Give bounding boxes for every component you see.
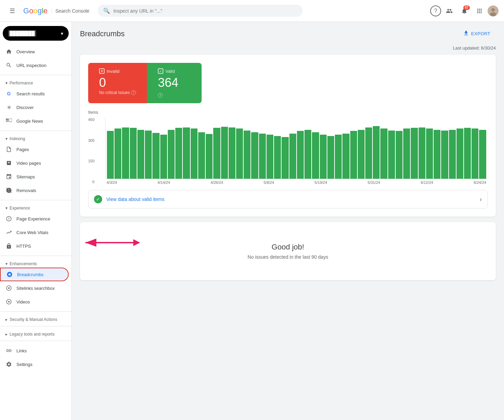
valid-check-icon: ✓ bbox=[158, 68, 163, 74]
chart-bar bbox=[396, 131, 403, 179]
chart-bar bbox=[236, 128, 243, 179]
sidebar-item-https-label: HTTPS bbox=[16, 244, 31, 249]
svg-point-1 bbox=[491, 8, 495, 12]
sidebar-item-https[interactable]: HTTPS bbox=[0, 239, 69, 253]
chart-bar bbox=[342, 134, 349, 179]
good-job-card: Good job! No issues detected in the last… bbox=[80, 222, 496, 280]
sidebar-item-removals[interactable]: Removals bbox=[0, 184, 69, 197]
sidebar-item-breadcrumbs-label: Breadcrumbs bbox=[17, 272, 43, 277]
sidebar-item-google-news[interactable]: Google News bbox=[0, 114, 69, 128]
sidebar-item-core-web-vitals[interactable]: Core Web Vitals bbox=[0, 226, 69, 239]
videos-icon bbox=[5, 298, 12, 305]
user-avatar[interactable] bbox=[488, 5, 499, 16]
chart-y-axis: 450 300 150 0 bbox=[88, 118, 94, 185]
sidebar-divider-6 bbox=[0, 326, 71, 326]
x-label-3: 4/26/24 bbox=[210, 180, 223, 185]
google-logo-text: Google bbox=[23, 6, 47, 15]
collapse-arrow-enhancements: ▾ bbox=[5, 261, 8, 266]
sidebar-item-discover-label: Discover bbox=[16, 105, 34, 110]
y-label-300: 300 bbox=[88, 138, 94, 143]
chart-bar bbox=[403, 128, 410, 179]
collapse-arrow-indexing: ▾ bbox=[5, 136, 8, 141]
discover-icon: ✳ bbox=[5, 104, 12, 111]
apps-grid-button[interactable] bbox=[473, 4, 486, 18]
sidebar-item-discover[interactable]: ✳ Discover bbox=[0, 100, 69, 114]
chart-bar bbox=[168, 130, 175, 179]
notifications-button[interactable]: 97 bbox=[458, 4, 471, 18]
svg-rect-6 bbox=[9, 119, 12, 122]
sidebar-section-experience[interactable]: ▾ Experience bbox=[0, 203, 71, 212]
sidebar-item-links-label: Links bbox=[16, 348, 27, 353]
sidebar-section-performance[interactable]: ▾ Performance bbox=[0, 78, 71, 87]
chart-bar bbox=[213, 128, 220, 179]
pages-icon bbox=[5, 146, 12, 153]
topbar: ☰ Google Search Console 🔍 ? 97 bbox=[0, 0, 504, 22]
valid-count: 364 bbox=[158, 77, 191, 89]
chart-bar bbox=[304, 130, 311, 179]
sidebar-section-performance-label: Performance bbox=[10, 81, 33, 85]
sidebar-item-sitelinks-searchbox[interactable]: Sitelinks searchbox bbox=[0, 281, 69, 295]
sidebar-section-enhancements[interactable]: ▾ Enhancements bbox=[0, 259, 71, 268]
sidebar-item-url-inspection[interactable]: URL inspection bbox=[0, 58, 69, 72]
hamburger-menu-button[interactable]: ☰ bbox=[5, 4, 19, 18]
chart-bar bbox=[221, 127, 228, 179]
property-selector[interactable]: ████████ ▾ bbox=[3, 26, 69, 41]
x-label-8: 6/24/24 bbox=[474, 180, 486, 185]
sidebar-item-search-results-label: Search results bbox=[16, 91, 45, 96]
status-tiles: ✗ Invalid 0 No critical issues ? ✓ Valid… bbox=[88, 63, 202, 103]
chart-bar bbox=[335, 135, 342, 179]
sidebar-section-legacy-label: Legacy tools and reports bbox=[10, 332, 54, 337]
chart-bar bbox=[229, 127, 235, 179]
sidebar-divider-4 bbox=[0, 256, 71, 256]
x-label-4: 5/8/24 bbox=[264, 180, 274, 185]
sidebar-item-pages[interactable]: Pages bbox=[0, 143, 69, 156]
sidebar-item-search-results[interactable]: G Search results bbox=[0, 87, 69, 100]
main-layout: ████████ ▾ Overview URL inspection ▾ Per… bbox=[0, 22, 504, 420]
search-bar: 🔍 bbox=[98, 5, 303, 17]
search-icon: 🔍 bbox=[103, 8, 110, 14]
sidebar-item-settings[interactable]: Settings bbox=[0, 357, 69, 371]
view-data-link[interactable]: ✓ View data about valid items › bbox=[88, 190, 488, 208]
valid-tile[interactable]: ✓ Valid 364 ? bbox=[147, 63, 202, 103]
search-input[interactable] bbox=[113, 8, 297, 14]
sidebar-item-page-experience[interactable]: Page Experience bbox=[0, 212, 69, 226]
video-pages-icon bbox=[5, 160, 12, 166]
sidebar-section-experience-label: Experience bbox=[10, 206, 30, 211]
chart-bar bbox=[244, 131, 250, 179]
sidebar-item-pages-label: Pages bbox=[16, 147, 29, 152]
sidebar-section-security[interactable]: ▸ Security & Manual Actions bbox=[0, 314, 71, 323]
chart-bar bbox=[251, 132, 258, 179]
news-icon bbox=[5, 118, 12, 124]
no-critical-issues-label: No critical issues ? bbox=[99, 90, 136, 95]
sidebar-section-legacy[interactable]: ▸ Legacy tools and reports bbox=[0, 329, 71, 338]
help-button[interactable]: ? bbox=[430, 5, 441, 16]
sidebar-section-indexing[interactable]: ▾ Indexing bbox=[0, 134, 71, 143]
chart-bar bbox=[327, 136, 334, 179]
chart-bar bbox=[191, 128, 197, 179]
core-web-vitals-icon bbox=[5, 229, 12, 236]
chart-bar bbox=[107, 131, 114, 179]
chart-bar bbox=[365, 127, 372, 179]
chart-bar bbox=[312, 132, 319, 179]
sidebar-item-links[interactable]: Links bbox=[0, 344, 69, 357]
chart-bar bbox=[152, 133, 159, 179]
sidebar-item-breadcrumbs[interactable]: Breadcrumbs bbox=[0, 268, 69, 281]
collapse-arrow-security: ▸ bbox=[5, 317, 8, 322]
chart-bars-area bbox=[105, 118, 488, 179]
sidebar-item-overview[interactable]: Overview bbox=[0, 45, 69, 58]
sidebar-divider-1 bbox=[0, 75, 71, 75]
accounts-button[interactable] bbox=[442, 4, 456, 18]
sidebar-item-videos[interactable]: Videos bbox=[0, 295, 69, 309]
export-button[interactable]: EXPORT bbox=[458, 27, 496, 40]
chart-bar bbox=[122, 127, 129, 179]
sidebar-item-video-pages-label: Video pages bbox=[16, 161, 41, 166]
chart-bar bbox=[434, 130, 440, 179]
sitemaps-icon bbox=[5, 173, 12, 180]
app-logo[interactable]: Google Search Console bbox=[23, 6, 90, 15]
sidebar-item-video-pages[interactable]: Video pages bbox=[0, 156, 69, 170]
invalid-tile[interactable]: ✗ Invalid 0 No critical issues ? bbox=[88, 63, 147, 103]
chart-bar bbox=[206, 134, 213, 179]
good-job-subtitle: No issues detected in the last 90 days bbox=[88, 254, 488, 260]
view-data-arrow-icon: › bbox=[480, 196, 482, 203]
sidebar-item-sitemaps[interactable]: Sitemaps bbox=[0, 170, 69, 184]
